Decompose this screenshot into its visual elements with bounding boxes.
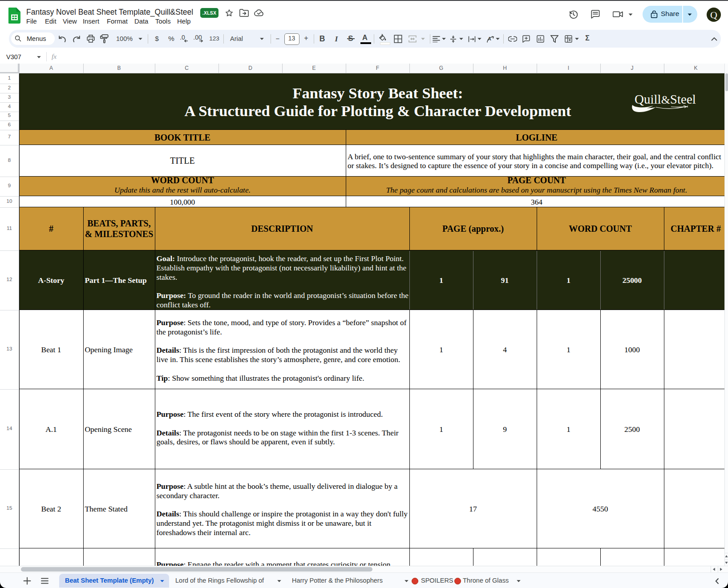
svg-text:A: A bbox=[488, 36, 491, 41]
